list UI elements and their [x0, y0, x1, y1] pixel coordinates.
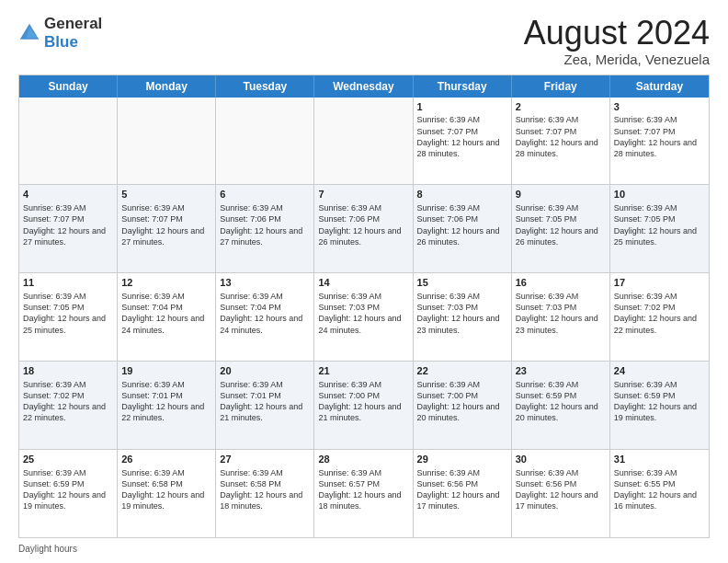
day-info: Sunset: 7:05 PM	[614, 213, 705, 224]
day-info: Daylight: 12 hours and 22 minutes.	[614, 313, 705, 335]
calendar-cell: 7Sunrise: 6:39 AMSunset: 7:06 PMDaylight…	[314, 185, 413, 272]
day-info: Daylight: 12 hours and 23 minutes.	[516, 313, 606, 335]
title-block: August 2024 Zea, Merida, Venezuela	[524, 15, 710, 67]
calendar-header: SundayMondayTuesdayWednesdayThursdayFrid…	[19, 75, 709, 98]
day-info: Daylight: 12 hours and 17 minutes.	[417, 489, 507, 511]
day-info: Daylight: 12 hours and 26 minutes.	[417, 225, 507, 247]
day-number: 14	[318, 276, 408, 290]
calendar-cell	[118, 98, 216, 185]
day-info: Daylight: 12 hours and 24 minutes.	[220, 313, 310, 335]
day-info: Daylight: 12 hours and 18 minutes.	[318, 489, 408, 511]
day-number: 27	[220, 453, 310, 466]
day-info: Sunrise: 6:39 AM	[417, 291, 507, 302]
calendar-day-header: Sunday	[19, 75, 118, 98]
calendar-day-header: Thursday	[414, 75, 512, 98]
day-info: Sunset: 6:59 PM	[516, 390, 606, 401]
header: General Blue August 2024 Zea, Merida, Ve…	[18, 15, 710, 67]
day-info: Sunrise: 6:39 AM	[23, 202, 113, 213]
calendar-cell: 20Sunrise: 6:39 AMSunset: 7:01 PMDayligh…	[216, 362, 314, 449]
day-info: Sunset: 6:59 PM	[23, 478, 113, 489]
day-info: Sunset: 7:00 PM	[318, 390, 408, 401]
calendar-week: 4Sunrise: 6:39 AMSunset: 7:07 PMDaylight…	[19, 185, 709, 273]
day-number: 19	[121, 364, 211, 378]
day-number: 16	[516, 276, 606, 290]
day-number: 8	[417, 188, 507, 201]
calendar-week: 25Sunrise: 6:39 AMSunset: 6:59 PMDayligh…	[19, 450, 709, 537]
day-number: 25	[23, 453, 113, 466]
day-number: 7	[318, 188, 408, 201]
day-info: Sunset: 7:06 PM	[220, 213, 310, 224]
day-number: 13	[220, 276, 310, 290]
day-number: 23	[516, 364, 606, 378]
day-info: Sunrise: 6:39 AM	[417, 467, 507, 478]
day-info: Sunset: 7:01 PM	[220, 390, 310, 401]
calendar-cell: 25Sunrise: 6:39 AMSunset: 6:59 PMDayligh…	[19, 450, 118, 537]
daylight-label: Daylight hours	[18, 544, 77, 554]
calendar-day-header: Wednesday	[314, 75, 413, 98]
calendar-body: 1Sunrise: 6:39 AMSunset: 7:07 PMDaylight…	[19, 98, 709, 537]
day-info: Sunset: 7:00 PM	[417, 390, 507, 401]
day-info: Daylight: 12 hours and 23 minutes.	[417, 313, 507, 335]
logo-general: General	[44, 15, 102, 33]
day-info: Sunset: 6:56 PM	[417, 478, 507, 489]
day-info: Sunset: 6:55 PM	[614, 478, 705, 489]
day-number: 30	[516, 453, 606, 466]
day-info: Sunrise: 6:39 AM	[220, 202, 310, 213]
calendar-cell: 5Sunrise: 6:39 AMSunset: 7:07 PMDaylight…	[118, 185, 216, 272]
day-info: Daylight: 12 hours and 20 minutes.	[417, 401, 507, 423]
calendar-cell: 9Sunrise: 6:39 AMSunset: 7:05 PMDaylight…	[512, 185, 610, 272]
day-number: 18	[23, 364, 113, 378]
calendar-cell: 4Sunrise: 6:39 AMSunset: 7:07 PMDaylight…	[19, 185, 118, 272]
day-number: 22	[417, 364, 507, 378]
day-info: Sunset: 6:58 PM	[121, 478, 211, 489]
calendar-week: 1Sunrise: 6:39 AMSunset: 7:07 PMDaylight…	[19, 98, 709, 186]
calendar-cell: 24Sunrise: 6:39 AMSunset: 6:59 PMDayligh…	[610, 362, 709, 449]
day-info: Sunrise: 6:39 AM	[23, 379, 113, 390]
day-number: 2	[516, 100, 606, 114]
day-number: 1	[417, 100, 507, 114]
calendar-cell: 10Sunrise: 6:39 AMSunset: 7:05 PMDayligh…	[610, 185, 709, 272]
day-info: Daylight: 12 hours and 27 minutes.	[23, 225, 113, 247]
calendar-cell	[314, 98, 413, 185]
day-info: Sunrise: 6:39 AM	[121, 467, 211, 478]
calendar-cell: 27Sunrise: 6:39 AMSunset: 6:58 PMDayligh…	[216, 450, 314, 537]
day-info: Sunset: 7:02 PM	[23, 390, 113, 401]
day-info: Sunset: 7:03 PM	[318, 302, 408, 313]
day-info: Sunrise: 6:39 AM	[23, 467, 113, 478]
day-info: Daylight: 12 hours and 26 minutes.	[318, 225, 408, 247]
day-number: 3	[614, 100, 705, 114]
day-info: Daylight: 12 hours and 28 minutes.	[417, 137, 507, 159]
day-info: Daylight: 12 hours and 25 minutes.	[23, 313, 113, 335]
calendar-day-header: Saturday	[610, 75, 709, 98]
calendar-cell: 28Sunrise: 6:39 AMSunset: 6:57 PMDayligh…	[314, 450, 413, 537]
day-info: Sunrise: 6:39 AM	[614, 202, 705, 213]
day-info: Sunrise: 6:39 AM	[516, 202, 606, 213]
calendar-cell: 26Sunrise: 6:39 AMSunset: 6:58 PMDayligh…	[118, 450, 216, 537]
day-info: Sunrise: 6:39 AM	[318, 467, 408, 478]
calendar-week: 11Sunrise: 6:39 AMSunset: 7:05 PMDayligh…	[19, 273, 709, 362]
day-info: Sunset: 7:04 PM	[220, 302, 310, 313]
day-info: Sunset: 7:07 PM	[417, 126, 507, 137]
day-info: Sunrise: 6:39 AM	[417, 114, 507, 125]
day-number: 20	[220, 364, 310, 378]
day-info: Sunset: 6:56 PM	[516, 478, 606, 489]
calendar: SundayMondayTuesdayWednesdayThursdayFrid…	[18, 75, 710, 538]
day-info: Daylight: 12 hours and 27 minutes.	[121, 225, 211, 247]
day-number: 12	[121, 276, 211, 290]
day-info: Daylight: 12 hours and 21 minutes.	[220, 401, 310, 423]
calendar-cell: 1Sunrise: 6:39 AMSunset: 7:07 PMDaylight…	[414, 98, 512, 185]
main-title: August 2024	[524, 15, 710, 52]
day-info: Daylight: 12 hours and 25 minutes.	[614, 225, 705, 247]
day-number: 10	[614, 188, 705, 201]
logo-blue-text: Blue	[44, 33, 78, 51]
day-info: Sunrise: 6:39 AM	[516, 291, 606, 302]
calendar-cell: 18Sunrise: 6:39 AMSunset: 7:02 PMDayligh…	[19, 362, 118, 449]
calendar-cell: 29Sunrise: 6:39 AMSunset: 6:56 PMDayligh…	[414, 450, 512, 537]
day-info: Sunrise: 6:39 AM	[516, 114, 606, 125]
calendar-cell: 13Sunrise: 6:39 AMSunset: 7:04 PMDayligh…	[216, 273, 314, 361]
day-info: Sunrise: 6:39 AM	[614, 291, 705, 302]
subtitle: Zea, Merida, Venezuela	[524, 52, 710, 67]
day-number: 26	[121, 453, 211, 466]
logo: General Blue	[18, 15, 102, 52]
day-info: Sunrise: 6:39 AM	[516, 467, 606, 478]
